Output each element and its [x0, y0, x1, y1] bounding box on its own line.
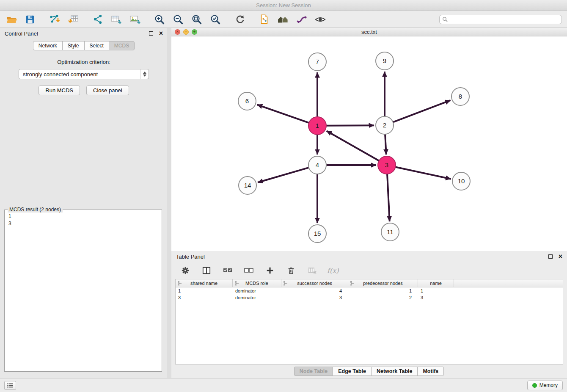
style-brush-button[interactable] — [295, 13, 308, 26]
graph-node-14[interactable]: 14 — [239, 177, 256, 194]
show-column-panel-button[interactable] — [200, 264, 213, 277]
tab-network-table[interactable]: Network Table — [371, 367, 418, 376]
float-table-panel-icon[interactable] — [548, 254, 553, 259]
float-panel-icon[interactable] — [149, 31, 153, 36]
tab-select[interactable]: Select — [84, 41, 109, 50]
graph-node-10[interactable]: 10 — [452, 172, 470, 190]
table-row[interactable]: 1 dominator 4 1 1 — [176, 287, 563, 294]
import-network-icon — [49, 14, 61, 25]
home-button[interactable] — [277, 13, 289, 26]
open-session-button[interactable] — [5, 13, 18, 26]
graph-node-7[interactable]: 7 — [308, 53, 326, 71]
graph-node-1[interactable]: 1 — [308, 117, 326, 135]
cell-name[interactable]: 1 — [418, 288, 454, 293]
export-image-button[interactable] — [129, 13, 141, 26]
network-canvas[interactable]: 7968124310141511 — [171, 36, 567, 251]
memory-status-icon — [532, 383, 537, 388]
cell-mcds-role[interactable]: dominator — [233, 295, 281, 300]
column-header-predecessor-nodes[interactable]: predecessor nodes — [348, 279, 418, 287]
zoom-fit-button[interactable] — [190, 13, 203, 26]
graph-edge-3-10[interactable] — [396, 167, 451, 179]
graph-node-8[interactable]: 8 — [451, 88, 469, 105]
network-graph[interactable]: 7968124310141511 — [171, 36, 567, 251]
trash-icon — [287, 266, 295, 275]
zoom-out-button[interactable] — [172, 13, 184, 26]
tab-network[interactable]: Network — [33, 41, 63, 50]
tab-node-table[interactable]: Node Table — [294, 367, 333, 376]
apply-style-button[interactable] — [258, 13, 271, 26]
graph-edge-3-1[interactable] — [327, 131, 379, 160]
graph-node-2[interactable]: 2 — [376, 116, 394, 134]
import-table-button[interactable] — [67, 13, 80, 26]
import-table-icon — [68, 14, 79, 25]
graph-edge-2-8[interactable] — [393, 100, 451, 122]
add-column-button[interactable] — [264, 264, 276, 277]
graph-node-11[interactable]: 11 — [381, 223, 399, 241]
mcds-result-group: MCDS result (2 nodes) 1 3 — [4, 210, 162, 372]
select-all-columns-button[interactable] — [221, 264, 234, 277]
import-network-button[interactable] — [48, 13, 61, 26]
network-window-titlebar[interactable]: scc.txt × − + — [171, 28, 567, 36]
zoom-in-icon — [154, 14, 165, 25]
delete-column-button[interactable] — [285, 264, 297, 277]
graph-node-6[interactable]: 6 — [238, 92, 256, 110]
cell-predecessor-nodes[interactable]: 2 — [348, 295, 418, 300]
cell-successor-nodes[interactable]: 3 — [281, 295, 348, 300]
cell-shared-name[interactable]: 3 — [176, 295, 233, 300]
tab-mcds[interactable]: MCDS — [109, 41, 135, 50]
deselect-all-columns-button[interactable] — [242, 264, 255, 277]
memory-button[interactable]: Memory — [527, 381, 563, 390]
export-table-button[interactable] — [110, 13, 123, 26]
close-table-panel-icon[interactable]: × — [559, 254, 562, 259]
cell-name[interactable]: 3 — [418, 295, 454, 300]
column-tree-icon — [350, 281, 355, 286]
column-header-mcds-role[interactable]: MCDS role — [233, 279, 281, 287]
save-session-button[interactable] — [24, 13, 36, 26]
cell-shared-name[interactable]: 1 — [176, 288, 233, 293]
window-titlebar[interactable]: Session: New Session — [0, 0, 567, 11]
column-header-shared-name[interactable]: shared name — [176, 279, 233, 287]
zoom-in-button[interactable] — [153, 13, 166, 26]
optimization-dropdown[interactable]: strongly connected component — [19, 69, 149, 79]
new-network-button[interactable] — [91, 13, 104, 26]
graph-node-4[interactable]: 4 — [308, 156, 326, 174]
graph-node-9[interactable]: 9 — [376, 52, 394, 70]
column-header-name[interactable]: name — [418, 279, 454, 287]
close-panel-button[interactable]: Close panel — [86, 86, 129, 95]
table-row[interactable]: 3 dominator 3 2 3 — [176, 294, 563, 301]
zoom-selected-button[interactable] — [209, 13, 222, 26]
graph-node-3[interactable]: 3 — [378, 156, 396, 174]
table-header-row: shared name MCDS role — [176, 279, 563, 287]
graph-edge-1-6[interactable] — [257, 105, 309, 123]
function-builder-button[interactable]: f(x) — [327, 267, 339, 275]
mcds-result-item[interactable]: 3 — [8, 220, 158, 227]
tab-style[interactable]: Style — [62, 41, 85, 50]
cell-successor-nodes[interactable]: 4 — [281, 288, 348, 293]
tab-motifs[interactable]: Motifs — [417, 367, 444, 376]
mcds-result-item[interactable]: 1 — [8, 213, 158, 220]
cell-predecessor-nodes[interactable]: 1 — [348, 288, 418, 293]
column-header-successor-nodes[interactable]: successor nodes — [281, 279, 348, 287]
tab-edge-table[interactable]: Edge Table — [333, 367, 372, 376]
table-settings-button[interactable] — [179, 264, 192, 277]
task-history-button[interactable] — [4, 381, 16, 390]
svg-text:14: 14 — [244, 182, 251, 189]
close-panel-icon[interactable]: × — [159, 31, 163, 36]
graph-edge-2-3[interactable] — [385, 134, 386, 155]
graph-edge-3-11[interactable] — [387, 174, 390, 221]
delete-table-icon — [308, 267, 317, 274]
cell-mcds-role[interactable]: dominator — [233, 288, 281, 293]
run-mcds-button[interactable]: Run MCDS — [39, 86, 80, 95]
panel-splitter[interactable] — [168, 28, 171, 378]
delete-table-button[interactable] — [306, 264, 319, 277]
refresh-button[interactable] — [234, 13, 246, 26]
close-window-icon[interactable]: × — [175, 29, 180, 35]
mcds-result-list[interactable]: 1 3 — [5, 210, 162, 230]
zoom-window-icon[interactable]: + — [192, 29, 197, 35]
minimize-window-icon[interactable]: − — [183, 29, 189, 35]
show-hide-button[interactable] — [314, 13, 327, 26]
search-input[interactable] — [448, 17, 559, 22]
graph-node-15[interactable]: 15 — [308, 225, 326, 243]
graph-edge-1-2[interactable] — [326, 125, 374, 126]
graph-edge-4-14[interactable] — [258, 168, 309, 182]
